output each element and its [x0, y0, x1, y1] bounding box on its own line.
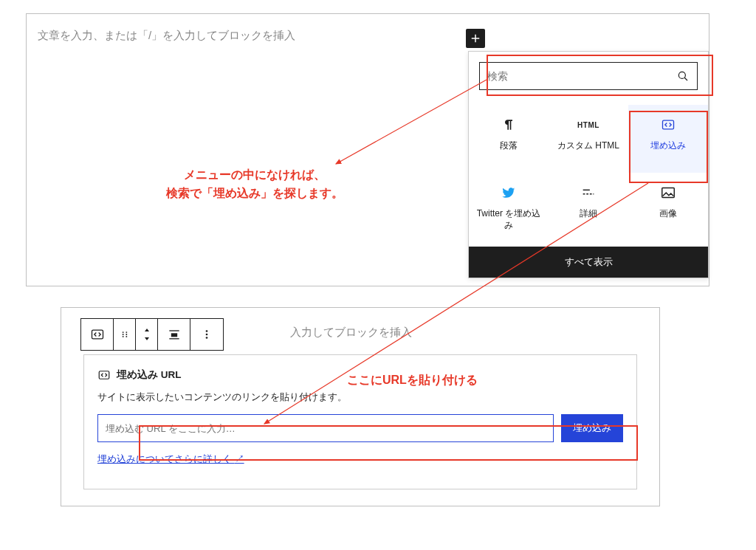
block-label: 段落 [495, 140, 522, 152]
plus-icon [469, 32, 482, 45]
embed-icon [97, 368, 111, 382]
block-label: 詳細 [575, 208, 602, 220]
svg-rect-14 [171, 333, 176, 337]
learn-more-text: 埋め込みについてさらに詳しく [97, 453, 232, 464]
block-item-embed[interactable]: 埋め込み [628, 105, 708, 173]
search-icon [676, 69, 690, 83]
svg-point-9 [122, 334, 123, 335]
block-item-custom-html[interactable]: HTML カスタム HTML [549, 105, 628, 173]
block-label: Twitter を埋め込み [469, 208, 549, 231]
svg-point-17 [206, 334, 208, 336]
embed-description: サイトに表示したいコンテンツのリンクを貼り付けます。 [97, 391, 623, 404]
embed-url-input[interactable] [97, 414, 554, 442]
align-icon [167, 327, 182, 342]
editor-behind-placeholder: 入力してブロックを挿入 [290, 326, 412, 340]
block-item-more[interactable]: 詳細 [549, 173, 628, 241]
svg-point-12 [126, 336, 127, 337]
svg-point-8 [126, 331, 127, 333]
paragraph-icon [501, 117, 517, 133]
embed-learn-more-link[interactable]: 埋め込みについてさらに詳しく ↗ [97, 453, 244, 466]
twitter-icon [501, 185, 517, 201]
add-block-button[interactable] [466, 29, 485, 48]
svg-line-1 [684, 78, 687, 80]
kebab-icon [200, 328, 213, 341]
svg-rect-19 [99, 371, 109, 379]
svg-point-11 [122, 336, 123, 337]
embed-submit-button[interactable]: 埋め込み [561, 414, 623, 442]
block-label: 埋め込み [646, 140, 690, 152]
external-arrow-icon: ↗ [235, 453, 244, 464]
toolbar-align-button[interactable] [158, 319, 190, 350]
show-all-button[interactable]: すべて表示 [469, 247, 708, 278]
svg-point-0 [678, 72, 685, 78]
block-inserter-popover: 段落 HTML カスタム HTML 埋め込み Twitter を埋め込み [468, 51, 709, 278]
block-label: カスタム HTML [553, 140, 624, 152]
blocks-grid: 段落 HTML カスタム HTML 埋め込み Twitter を埋め込み [469, 100, 708, 247]
embed-block-panel: 入力してブロックを挿入 埋め込み URL サイトに表示したいコンテンツのリンクを… [61, 307, 660, 506]
editor-placeholder: 文章を入力、または「/」を入力してブロックを挿入 [38, 29, 295, 43]
embed-heading: 埋め込み URL [97, 368, 623, 382]
move-up-down-icon [142, 327, 151, 342]
search-input[interactable] [487, 70, 659, 82]
embed-heading-text: 埋め込み URL [117, 368, 182, 382]
embed-card: 埋め込み URL サイトに表示したいコンテンツのリンクを貼り付けます。 埋め込み… [83, 354, 637, 489]
image-icon [660, 185, 676, 201]
embed-icon [660, 117, 676, 133]
toolbar-drag-handle[interactable] [114, 319, 136, 350]
svg-rect-2 [663, 120, 674, 129]
toolbar-embed-icon-button[interactable] [81, 319, 114, 350]
svg-point-18 [206, 337, 208, 339]
more-icon [580, 185, 597, 201]
block-toolbar [80, 318, 224, 351]
toolbar-move-buttons[interactable] [136, 319, 158, 350]
svg-point-7 [122, 331, 123, 333]
embed-url-row: 埋め込み [97, 414, 623, 442]
block-label: 画像 [655, 208, 681, 220]
svg-point-10 [126, 334, 127, 335]
search-box [479, 62, 698, 90]
svg-point-16 [206, 330, 208, 332]
drag-icon [120, 329, 130, 340]
block-item-twitter-embed[interactable]: Twitter を埋め込み [469, 173, 549, 241]
block-item-paragraph[interactable]: 段落 [469, 105, 549, 173]
svg-rect-5 [662, 188, 675, 198]
block-item-image[interactable]: 画像 [628, 173, 708, 241]
toolbar-more-button[interactable] [190, 319, 223, 350]
html-icon: HTML [580, 117, 597, 133]
embed-icon [90, 327, 105, 342]
svg-rect-6 [92, 330, 103, 339]
editor-and-inserter-panel: 文章を入力、または「/」を入力してブロックを挿入 段落 [26, 13, 709, 286]
inserter-search-wrap [469, 52, 708, 100]
